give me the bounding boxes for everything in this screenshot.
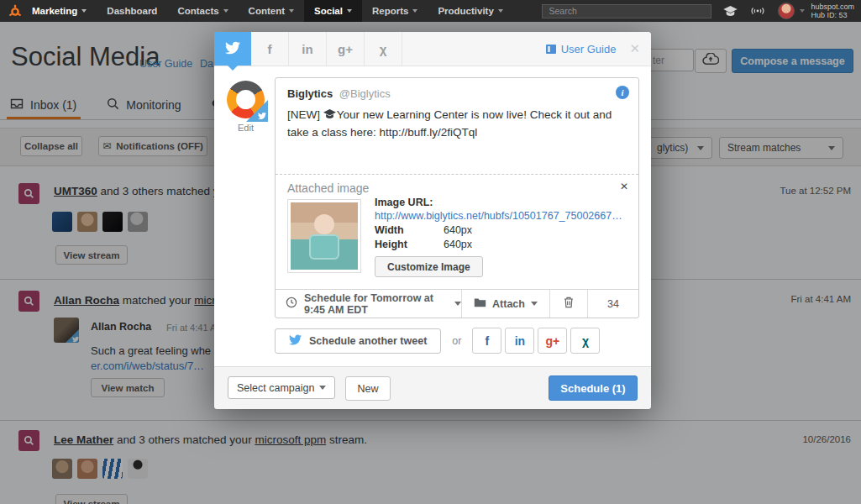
nav-item-marketing[interactable]: Marketing	[22, 0, 97, 22]
tab-googleplus[interactable]: g+	[327, 32, 365, 66]
schedule-bar: Schedule for Tomorrow at 9:45 AM EDT Att…	[276, 289, 638, 318]
close-icon[interactable]: ✕	[629, 32, 640, 66]
delete-button[interactable]	[549, 290, 587, 318]
attach-dropdown[interactable]: Attach	[461, 290, 549, 318]
account-info: hubspot.com Hub ID: 53	[811, 3, 854, 20]
schedule-label: Schedule for Tomorrow at 9:45 AM EDT	[304, 292, 448, 316]
tweet-handle: @Biglytics	[339, 87, 391, 100]
schedule-another-label: Schedule another tweet	[309, 335, 427, 347]
attached-image-section: Attached image ✕ Image URL: http://www.b…	[276, 174, 638, 289]
campaign-value: Select campaign	[237, 382, 314, 394]
tweet-author: Biglytics	[287, 87, 333, 100]
attachment-details: Image URL: http://www.biglytics.net/hubf…	[375, 197, 627, 250]
biglytics-avatar[interactable]	[227, 81, 265, 118]
share-xing-button[interactable]: χ	[570, 328, 600, 354]
graduation-cap-icon	[323, 108, 336, 124]
nav-item-content[interactable]: Content	[239, 0, 304, 22]
account-domain: hubspot.com	[811, 3, 854, 12]
nav-item-contacts[interactable]: Contacts	[167, 0, 238, 22]
hubspot-sprocket-icon[interactable]	[8, 4, 22, 18]
nav-item-label: Contacts	[177, 6, 218, 16]
linkedin-icon: in	[302, 42, 312, 56]
tab-xing[interactable]: χ	[365, 32, 402, 66]
nav-item-label: Dashboard	[107, 6, 157, 16]
nav-item-label: Marketing	[32, 6, 77, 16]
schedule-another-tweet-button[interactable]: Schedule another tweet	[275, 328, 441, 354]
tab-twitter[interactable]	[214, 32, 251, 66]
attached-image-title: Attached image	[287, 181, 369, 195]
chevron-down-icon	[498, 9, 503, 13]
xing-icon: χ	[380, 42, 387, 56]
top-navbar: Marketing Dashboard Contacts Content Soc…	[0, 0, 861, 22]
schedule-submit-button[interactable]: Schedule (1)	[549, 375, 638, 401]
logo-center	[236, 90, 255, 109]
trash-icon	[564, 297, 574, 311]
share-row: Schedule another tweet or f in g+ χ	[275, 328, 603, 354]
hubspot-social-app: Marketing Dashboard Contacts Content Soc…	[0, 0, 861, 504]
chevron-down-icon	[454, 302, 461, 306]
twitter-icon	[225, 40, 240, 58]
info-icon[interactable]: i	[616, 86, 629, 99]
nav-item-reports[interactable]: Reports	[362, 0, 428, 22]
chevron-down-icon	[223, 9, 228, 13]
modal-user-guide-link[interactable]: User Guide	[546, 32, 617, 66]
tab-linkedin[interactable]: in	[289, 32, 327, 66]
tabs-spacer	[402, 32, 546, 66]
facebook-icon: f	[268, 42, 272, 56]
search-input[interactable]	[542, 4, 711, 18]
image-url-label: Image URL:	[375, 197, 433, 208]
remove-attachment-icon[interactable]: ✕	[620, 181, 628, 192]
share-googleplus-button[interactable]: g+	[538, 328, 567, 354]
character-count: 34	[587, 290, 638, 318]
chevron-down-icon[interactable]	[800, 9, 805, 13]
or-label: or	[452, 335, 461, 347]
account-hub-id: Hub ID: 53	[811, 11, 854, 20]
width-value: 640px	[444, 224, 472, 236]
broadcast-icon[interactable]	[749, 5, 766, 17]
clock-icon	[286, 297, 297, 311]
twitter-icon	[289, 333, 302, 349]
height-value: 640px	[444, 239, 472, 250]
edit-avatar-link[interactable]: Edit	[227, 123, 265, 133]
height-row: Height 640px	[375, 239, 627, 250]
chevron-down-icon	[412, 9, 417, 13]
chevron-down-icon	[319, 386, 326, 390]
chevron-down-icon	[531, 302, 538, 306]
academy-graduation-cap-icon[interactable]	[723, 6, 738, 17]
tweet-editor: Biglytics @Biglytics i [NEW] Your new Le…	[275, 77, 639, 318]
network-tabs: f in g+ χ User Guide ✕	[214, 32, 651, 66]
attachment-image	[291, 202, 358, 270]
user-guide-label: User Guide	[561, 43, 617, 55]
select-campaign-dropdown[interactable]: Select campaign	[228, 376, 335, 399]
user-avatar[interactable]	[778, 3, 795, 19]
customize-image-button[interactable]: Customize Image	[375, 256, 483, 277]
attach-label: Attach	[492, 298, 525, 310]
tweet-author-line: Biglytics @Biglytics	[287, 87, 627, 100]
nav-item-label: Productivity	[438, 6, 493, 16]
nav-item-productivity[interactable]: Productivity	[428, 0, 512, 22]
attachment-thumbnail[interactable]	[287, 199, 361, 273]
nav-item-label: Social	[314, 6, 343, 16]
share-facebook-button[interactable]: f	[472, 328, 501, 354]
nav-item-social[interactable]: Social	[304, 0, 362, 22]
folder-icon	[474, 297, 486, 310]
tab-facebook[interactable]: f	[251, 32, 289, 66]
googleplus-icon: g+	[338, 42, 353, 56]
modal-footer: Select campaign New Schedule (1)	[214, 366, 651, 409]
chevron-down-icon	[347, 9, 352, 13]
share-linkedin-button[interactable]: in	[505, 328, 534, 354]
schedule-time-dropdown[interactable]: Schedule for Tomorrow at 9:45 AM EDT	[276, 290, 461, 318]
chevron-down-icon	[289, 9, 294, 13]
image-url-link[interactable]: http://www.biglytics.net/hubfs/10501767_…	[375, 210, 627, 222]
nav-item-label: Content	[249, 6, 285, 16]
new-campaign-button[interactable]: New	[345, 376, 391, 401]
tweet-preview[interactable]: Biglytics @Biglytics i [NEW] Your new Le…	[276, 78, 638, 174]
nav-item-dashboard[interactable]: Dashboard	[97, 0, 167, 22]
chevron-down-icon	[81, 9, 87, 13]
nav-item-label: Reports	[372, 6, 408, 16]
width-row: Width 640px	[375, 224, 627, 236]
book-icon	[546, 45, 556, 54]
tweet-text[interactable]: [NEW] Your new Learning Center is now li…	[287, 107, 623, 141]
compose-modal: f in g+ χ User Guide ✕ Edit	[214, 32, 651, 409]
